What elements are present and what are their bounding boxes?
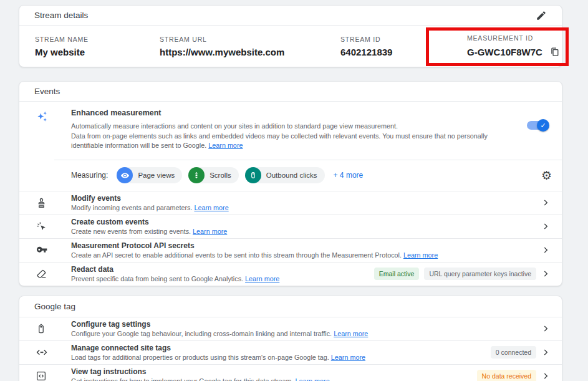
row-redact-data[interactable]: Redact data Prevent specific data from b… <box>19 262 562 286</box>
code-dots-icon <box>36 346 48 359</box>
stream-id-label: STREAM ID <box>340 36 450 43</box>
chevron-right-icon[interactable] <box>541 372 550 380</box>
chevron-right-icon[interactable] <box>541 198 550 207</box>
chip-scrolls[interactable]: Scrolls <box>188 167 239 183</box>
stream-fields-row: STREAM NAME My website STREAM URL https:… <box>19 26 562 67</box>
api-secrets-title: Measurement Protocol API secrets <box>71 241 541 251</box>
manage-connected-site-tags-title: Manage connected site tags <box>71 344 491 353</box>
stream-name-field: STREAM NAME My website <box>35 36 160 57</box>
key-icon <box>36 244 48 256</box>
configure-tag-settings-title: Configure tag settings <box>71 320 541 329</box>
stream-details-header: Stream details <box>19 6 562 26</box>
google-tag-title: Google tag <box>34 302 75 311</box>
events-header: Events <box>19 82 562 102</box>
enhanced-desc-line2: Data from on-page elements such as links… <box>71 132 488 150</box>
stream-name-value: My website <box>35 47 160 57</box>
create-custom-events-learn-more[interactable]: Learn more <box>193 228 227 235</box>
stream-url-label: STREAM URL <box>160 36 340 43</box>
configure-tag-settings-learn-more[interactable]: Learn more <box>334 330 368 337</box>
view-tag-instructions-desc: Get instructions for how to implement yo… <box>71 377 293 381</box>
modify-events-title: Modify events <box>71 194 541 203</box>
events-title: Events <box>34 87 60 96</box>
stream-details-page: Stream details STREAM NAME My website ST… <box>19 0 562 381</box>
tag-icon <box>36 323 47 334</box>
row-api-secrets[interactable]: Measurement Protocol API secrets Create … <box>19 238 562 262</box>
manage-connected-site-tags-learn-more[interactable]: Learn more <box>331 354 365 361</box>
chip-page-views-label: Page views <box>138 171 175 179</box>
stream-id-field: STREAM ID 6402121839 <box>340 36 450 57</box>
create-custom-events-desc: Create new events from existing events. <box>71 228 191 235</box>
enhanced-measurement-toggle[interactable]: ✓ <box>527 121 548 130</box>
measurement-id-field: MEASUREMENT ID G-GWC10F8W7C <box>450 34 562 58</box>
row-manage-connected-site-tags[interactable]: Manage connected site tags Load tags for… <box>19 340 562 364</box>
enhanced-measurement-desc: Automatically measure interactions and c… <box>71 122 518 151</box>
configure-tag-settings-desc: Configure your Google tag behaviour, inc… <box>71 330 332 337</box>
cursor-sparks-icon <box>36 221 47 233</box>
row-modify-events[interactable]: Modify events Modify incoming events and… <box>19 191 562 215</box>
row-configure-tag-settings[interactable]: Configure tag settings Configure your Go… <box>19 317 562 340</box>
url-query-inactive-badge: URL query parameter keys inactive <box>424 268 536 280</box>
no-data-received-badge: No data received <box>477 370 536 381</box>
enhanced-measurement-title: Enhanced measurement <box>71 109 518 117</box>
row-view-tag-instructions[interactable]: View tag instructions Get instructions f… <box>19 364 562 381</box>
api-secrets-desc: Create an API secret to enable additiona… <box>71 251 402 259</box>
stream-id-value: 6402121839 <box>340 47 450 57</box>
toggle-check-icon: ✓ <box>537 119 549 132</box>
measurement-id-label: MEASUREMENT ID <box>467 34 562 42</box>
row-create-custom-events[interactable]: Create custom events Create new events f… <box>19 215 562 238</box>
chevron-right-icon[interactable] <box>541 269 550 278</box>
measuring-row: Measuring: Page views Scrolls <box>54 160 562 191</box>
code-box-icon <box>36 370 47 381</box>
events-card: Events Enhanced measurement <box>19 81 562 286</box>
connected-count-badge: 0 connected <box>491 346 536 359</box>
gear-icon[interactable]: ⚙ <box>541 170 552 181</box>
scroll-icon <box>188 167 205 183</box>
redact-data-learn-more[interactable]: Learn more <box>245 275 279 282</box>
google-tag-card: Google tag Configure tag settings Config… <box>19 296 562 381</box>
chevron-right-icon[interactable] <box>541 348 550 357</box>
redact-data-title: Redact data <box>71 265 374 274</box>
chevron-right-icon[interactable] <box>541 246 550 254</box>
copy-icon[interactable] <box>549 46 561 58</box>
enhanced-learn-more-link[interactable]: Learn more <box>208 142 243 149</box>
chip-page-views[interactable]: Page views <box>117 167 182 183</box>
edit-pencil-icon[interactable] <box>533 7 549 24</box>
view-tag-instructions-title: View tag instructions <box>71 367 477 377</box>
more-events-link[interactable]: + 4 more <box>334 171 364 180</box>
view-tag-instructions-learn-more[interactable]: Learn more <box>295 377 329 381</box>
chip-scrolls-label: Scrolls <box>210 171 231 179</box>
chevron-right-icon[interactable] <box>541 324 550 333</box>
mouse-icon <box>245 167 261 183</box>
api-secrets-learn-more[interactable]: Learn more <box>403 251 438 259</box>
create-custom-events-title: Create custom events <box>71 218 541 227</box>
manage-connected-site-tags-desc: Load tags for additional properties or p… <box>71 354 329 361</box>
stream-name-label: STREAM NAME <box>35 36 160 43</box>
eye-icon <box>117 167 133 183</box>
stream-url-value: https://www.mywebsite.com <box>160 47 340 57</box>
measurement-id-value: G-GWC10F8W7C <box>467 47 542 57</box>
chip-outbound-clicks-label: Outbound clicks <box>266 171 317 179</box>
google-tag-header: Google tag <box>19 296 562 317</box>
modify-events-desc: Modify incoming events and parameters. <box>71 204 192 211</box>
enhanced-desc-line1: Automatically measure interactions and c… <box>71 122 398 130</box>
chevron-right-icon[interactable] <box>541 222 550 231</box>
chip-outbound-clicks[interactable]: Outbound clicks <box>245 167 325 183</box>
enhanced-measurement-section: Enhanced measurement Automatically measu… <box>19 102 562 191</box>
redact-data-desc: Prevent specific data from being sent to… <box>71 275 243 282</box>
stream-details-title: Stream details <box>34 11 88 20</box>
stream-url-field: STREAM URL https://www.mywebsite.com <box>160 36 340 57</box>
eraser-icon <box>36 268 47 280</box>
stamp-icon <box>36 197 47 209</box>
sparkles-icon <box>36 110 71 123</box>
measuring-label: Measuring: <box>71 171 108 180</box>
modify-events-learn-more[interactable]: Learn more <box>194 204 228 211</box>
email-active-badge: Email active <box>374 268 420 280</box>
stream-details-card: Stream details STREAM NAME My website ST… <box>19 5 562 67</box>
